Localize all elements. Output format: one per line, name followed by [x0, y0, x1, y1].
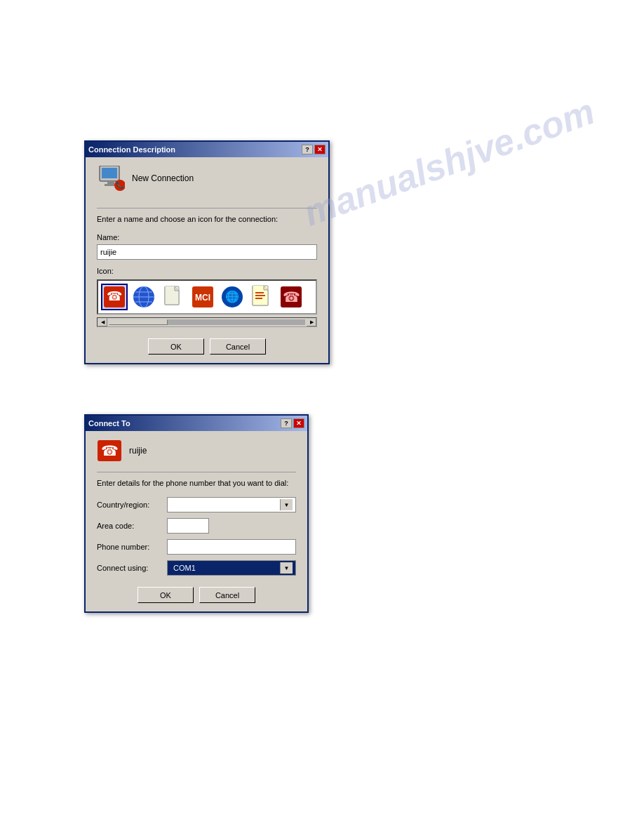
- icon-item-phone3[interactable]: ☎: [278, 284, 304, 310]
- svg-text:📞: 📞: [116, 180, 125, 190]
- dialog1-buttons: OK Cancel: [97, 338, 317, 355]
- connect-using-value: COM1: [170, 564, 280, 572]
- dialog2-body: ☎ ruijie Enter details for the phone num…: [86, 431, 307, 611]
- dialog1-ok-button[interactable]: OK: [148, 338, 204, 355]
- country-dropdown-arrow[interactable]: ▼: [280, 499, 293, 510]
- dialog2-header: ☎ ruijie: [97, 439, 296, 462]
- svg-text:☎: ☎: [283, 289, 300, 305]
- icon-item-phone-red[interactable]: ☎: [101, 284, 128, 310]
- phone-input[interactable]: [167, 539, 296, 555]
- dialog1-header: 📞 New Connection: [97, 166, 317, 197]
- dialog1-cancel-button[interactable]: Cancel: [210, 338, 266, 355]
- svg-text:MCI: MCI: [195, 293, 210, 303]
- icon-scrollbar[interactable]: ◀ ▶: [97, 317, 317, 327]
- connect-using-dropdown-arrow[interactable]: ▼: [280, 562, 293, 574]
- connect-to-dialog: Connect To ? ✕ ☎ ruijie Enter details fo…: [84, 414, 309, 613]
- scroll-thumb[interactable]: [109, 319, 168, 325]
- connect-using-select[interactable]: COM1 ▼: [167, 560, 296, 576]
- dialog2-close-button[interactable]: ✕: [293, 418, 304, 428]
- icon-strip: ☎: [101, 284, 313, 310]
- connection-description-dialog: Connection Description ? ✕: [84, 140, 330, 364]
- country-label: Country/region:: [97, 501, 167, 509]
- country-row: Country/region: ▼: [97, 497, 296, 512]
- dialog2-ok-button[interactable]: OK: [137, 587, 194, 603]
- dialog1-controls: ? ✕: [302, 145, 326, 154]
- dialog2-header-label: ruijie: [129, 446, 147, 456]
- phone-icon-svg: ☎: [97, 439, 122, 462]
- dialog2-separator: [97, 472, 296, 472]
- phone-label: Phone number:: [97, 543, 167, 551]
- dialog1-header-label: New Connection: [132, 173, 194, 183]
- svg-text:☎: ☎: [107, 289, 122, 303]
- scroll-left-btn[interactable]: ◀: [98, 318, 107, 326]
- dialog2-title: Connect To: [88, 419, 281, 428]
- connection-icon: 📞: [97, 166, 125, 191]
- icon-label: Icon:: [97, 267, 317, 275]
- dialog1-help-button[interactable]: ?: [302, 145, 313, 154]
- name-label: Name:: [97, 233, 317, 241]
- phone-row: Phone number:: [97, 539, 296, 555]
- dialog2-titlebar: Connect To ? ✕: [86, 416, 307, 431]
- dialog2-help-button[interactable]: ?: [281, 418, 292, 428]
- dialog1-title: Connection Description: [88, 145, 302, 154]
- watermark: manualshjve.com: [297, 89, 600, 235]
- scroll-right-btn[interactable]: ▶: [307, 318, 316, 326]
- svg-rect-1: [102, 168, 117, 178]
- dialog2-description: Enter details for the phone number that …: [97, 478, 296, 489]
- connect-using-row: Connect using: COM1 ▼: [97, 560, 296, 576]
- icon-item-doc2[interactable]: [248, 284, 275, 310]
- connect-using-label: Connect using:: [97, 564, 167, 572]
- area-code-input[interactable]: [167, 518, 209, 534]
- icon-item-globe[interactable]: [130, 284, 157, 310]
- country-select-inner: ▼: [170, 499, 293, 510]
- dialog1-description: Enter a name and choose an icon for the …: [97, 214, 317, 225]
- icon-strip-container: ☎: [97, 279, 317, 315]
- svg-text:☎: ☎: [101, 443, 119, 458]
- dialog1-separator: [97, 208, 317, 208]
- svg-text:🌐: 🌐: [225, 290, 239, 303]
- dialog1-close-button[interactable]: ✕: [314, 145, 326, 154]
- scroll-track: [109, 319, 305, 325]
- icon-item-earth[interactable]: 🌐: [219, 284, 246, 310]
- dialog2-controls: ? ✕: [281, 418, 304, 428]
- name-input[interactable]: [97, 244, 317, 260]
- svg-rect-2: [107, 181, 114, 184]
- icon-item-doc[interactable]: [160, 284, 187, 310]
- connect-using-inner: COM1 ▼: [170, 562, 293, 574]
- phone-icon: ☎: [97, 439, 122, 462]
- connection-icon-svg: 📞: [97, 166, 125, 191]
- area-code-label: Area code:: [97, 522, 167, 530]
- dialog1-body: 📞 New Connection Enter a name and choose…: [86, 157, 328, 363]
- dialog1-titlebar: Connection Description ? ✕: [86, 142, 328, 157]
- area-code-row: Area code:: [97, 518, 296, 534]
- dialog2-buttons: OK Cancel: [97, 587, 296, 603]
- dialog2-cancel-button[interactable]: Cancel: [199, 587, 255, 603]
- icon-item-mci[interactable]: MCI: [189, 284, 216, 310]
- country-select[interactable]: ▼: [167, 497, 296, 512]
